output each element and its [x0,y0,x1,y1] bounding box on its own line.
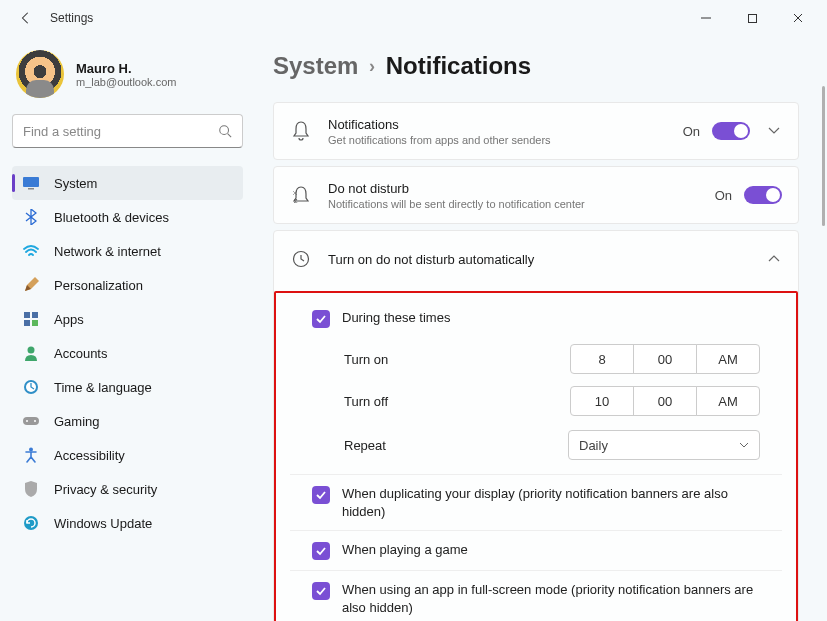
time-icon [22,378,40,396]
personalization-icon [22,276,40,294]
sidebar-item-label: Bluetooth & devices [54,210,169,225]
profile-name: Mauro H. [76,61,176,76]
notifications-toggle[interactable] [712,122,750,140]
notifications-card[interactable]: Notifications Get notifications from app… [273,102,799,160]
chevron-up-icon[interactable] [766,255,782,263]
svg-rect-13 [23,417,39,425]
apps-icon [22,310,40,328]
accounts-icon [22,344,40,362]
window-controls [683,0,821,36]
sidebar-item-update[interactable]: Windows Update [12,506,243,540]
svg-rect-1 [748,14,756,22]
check-fullscreen: When using an app in full-screen mode (p… [290,570,782,621]
svg-rect-9 [32,320,38,326]
toggle-state: On [715,188,732,203]
profile[interactable]: Mauro H. m_lab@outlook.com [12,46,243,114]
search-box[interactable] [12,114,243,148]
app-title: Settings [50,11,93,25]
sidebar-item-network[interactable]: Network & internet [12,234,243,268]
main-content: System › Notifications Notifications Get… [255,36,827,621]
game-checkbox[interactable] [312,542,330,560]
sidebar-item-label: Privacy & security [54,482,157,497]
check-label: When playing a game [342,541,468,559]
duplicating-checkbox[interactable] [312,486,330,504]
sidebar-item-personalization[interactable]: Personalization [12,268,243,302]
svg-point-17 [24,516,38,530]
svg-rect-6 [24,312,30,318]
breadcrumb: System › Notifications [273,52,799,80]
turn-off-row: Turn off 10 00 AM [290,380,782,422]
chevron-down-icon [739,442,749,448]
turn-off-minute[interactable]: 00 [633,386,697,416]
sidebar-item-time[interactable]: Time & language [12,370,243,404]
clock-icon [290,250,312,268]
repeat-select[interactable]: Daily [568,430,760,460]
turn-on-ampm[interactable]: AM [696,344,760,374]
maximize-button[interactable] [729,0,775,36]
check-label: When duplicating your display (priority … [342,485,760,520]
repeat-value: Daily [579,438,608,453]
gaming-icon [22,412,40,430]
during-times-row: During these times [290,299,782,338]
svg-text:z: z [294,197,298,204]
svg-rect-7 [32,312,38,318]
during-times-checkbox[interactable] [312,310,330,328]
sidebar-item-label: Personalization [54,278,143,293]
sidebar-item-apps[interactable]: Apps [12,302,243,336]
update-icon [22,514,40,532]
sidebar: Mauro H. m_lab@outlook.com System Blueto… [0,36,255,621]
turn-on-row: Turn on 8 00 AM [290,338,782,380]
turn-on-hour[interactable]: 8 [570,344,634,374]
close-button[interactable] [775,0,821,36]
sidebar-item-label: Accessibility [54,448,125,463]
card-title: Turn on do not disturb automatically [328,252,750,267]
turn-off-ampm[interactable]: AM [696,386,760,416]
search-input[interactable] [23,124,218,139]
system-icon [22,174,40,192]
privacy-icon [22,480,40,498]
back-button[interactable] [6,0,46,36]
auto-dnd-header[interactable]: Turn on do not disturb automatically [274,231,798,287]
sidebar-item-label: Windows Update [54,516,152,531]
card-subtitle: Notifications will be sent directly to n… [328,198,699,210]
sidebar-item-label: Time & language [54,380,152,395]
fullscreen-checkbox[interactable] [312,582,330,600]
turn-off-hour[interactable]: 10 [570,386,634,416]
sidebar-item-accounts[interactable]: Accounts [12,336,243,370]
page-title: Notifications [386,52,531,79]
svg-point-16 [29,448,33,452]
sidebar-item-accessibility[interactable]: Accessibility [12,438,243,472]
turn-on-label: Turn on [344,352,524,367]
sidebar-item-label: Apps [54,312,84,327]
sidebar-item-bluetooth[interactable]: Bluetooth & devices [12,200,243,234]
nav: System Bluetooth & devices Network & int… [12,166,243,540]
svg-line-3 [228,134,232,138]
search-icon [218,124,232,138]
sidebar-item-gaming[interactable]: Gaming [12,404,243,438]
card-title: Notifications [328,117,667,132]
avatar [16,50,64,98]
svg-rect-5 [28,188,34,190]
sidebar-item-system[interactable]: System [12,166,243,200]
card-title: Do not disturb [328,181,699,196]
dnd-icon: z [290,185,312,205]
sidebar-item-label: Network & internet [54,244,161,259]
scrollbar[interactable] [822,86,825,226]
breadcrumb-parent[interactable]: System [273,52,358,79]
minimize-button[interactable] [683,0,729,36]
dnd-card[interactable]: z Do not disturb Notifications will be s… [273,166,799,224]
chevron-down-icon[interactable] [766,127,782,135]
svg-point-15 [34,420,36,422]
dnd-toggle[interactable] [744,186,782,204]
repeat-row: Repeat Daily [290,422,782,474]
sidebar-item-label: System [54,176,97,191]
sidebar-item-label: Accounts [54,346,107,361]
sidebar-item-privacy[interactable]: Privacy & security [12,472,243,506]
titlebar: Settings [0,0,827,36]
toggle-state: On [683,124,700,139]
turn-on-minute[interactable]: 00 [633,344,697,374]
bluetooth-icon [22,208,40,226]
turn-off-label: Turn off [344,394,524,409]
repeat-label: Repeat [344,438,386,453]
check-label: During these times [342,309,450,327]
